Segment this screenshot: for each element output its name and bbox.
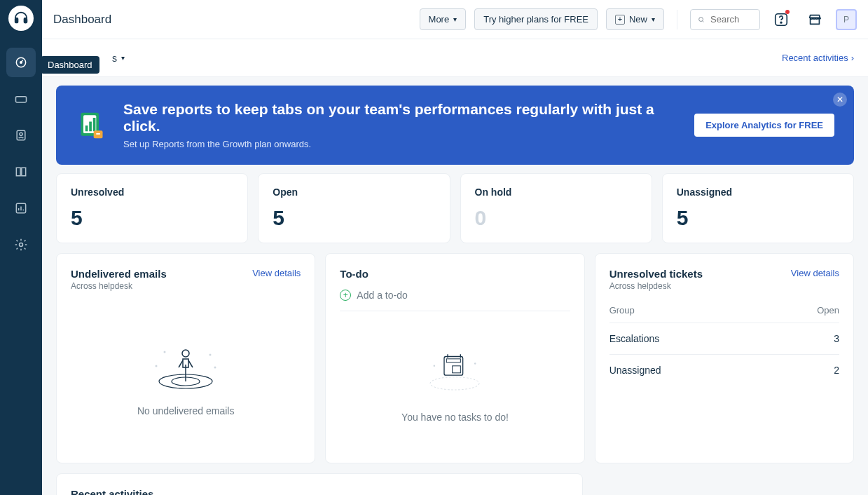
svg-point-11: [780, 22, 782, 23]
nav-settings[interactable]: [6, 230, 36, 259]
recent-activities-link[interactable]: Recent activities ›: [782, 53, 854, 63]
ticket-group: Escalations: [609, 333, 660, 344]
plus-icon: +: [615, 15, 625, 25]
ticket-row[interactable]: Escalations3: [609, 323, 839, 355]
stat-value: 5: [677, 206, 839, 230]
svg-point-8: [20, 243, 23, 247]
col-group: Group: [609, 305, 635, 316]
undelivered-link[interactable]: View details: [252, 268, 301, 278]
chart-file-icon: [76, 110, 106, 141]
divider: [677, 10, 677, 29]
tickets-subtitle: Across helpdesk: [609, 281, 703, 291]
trial-label: Try higher plans for FREE: [483, 14, 588, 25]
nav-tooltip: Dashboard: [41, 56, 99, 74]
recent-link-label: Recent activities: [782, 53, 848, 63]
search-input[interactable]: [710, 14, 752, 25]
trial-button[interactable]: Try higher plans for FREE: [474, 8, 598, 30]
svg-rect-16: [93, 118, 96, 131]
add-todo[interactable]: + Add a to-do: [340, 290, 570, 311]
stat-label: On hold: [475, 187, 638, 198]
notification-dot: [785, 10, 790, 14]
topbar: Dashboard More ▾ Try higher plans for FR…: [42, 0, 868, 39]
stats-row: Unresolved5Open5On hold0Unassigned5: [56, 173, 854, 243]
stat-value: 0: [475, 206, 638, 230]
stat-label: Unassigned: [677, 187, 839, 198]
undelivered-empty: No undelivered emails: [137, 405, 235, 416]
undelivered-title: Undelivered emails: [71, 268, 167, 280]
tickets-link[interactable]: View details: [791, 268, 839, 278]
chevron-right-icon: ›: [851, 53, 854, 63]
analytics-banner: Save reports to keep tabs on your team's…: [56, 86, 854, 165]
recent-title: Recent activities: [71, 488, 568, 495]
stat-label: Unresolved: [71, 187, 233, 198]
svg-point-23: [164, 351, 166, 353]
svg-point-26: [430, 377, 479, 390]
svg-rect-28: [447, 359, 461, 362]
nav-tickets[interactable]: [6, 84, 36, 114]
ticket-open: 2: [834, 365, 839, 376]
empty-person-illustration: [144, 331, 228, 394]
stat-value: 5: [71, 206, 233, 230]
svg-rect-4: [16, 97, 27, 102]
nav-analytics[interactable]: [6, 194, 36, 223]
nav-solutions[interactable]: [6, 157, 36, 187]
more-button[interactable]: More ▾: [420, 8, 467, 30]
unresolved-tickets-widget: Unresolved tickets Across helpdesk View …: [595, 253, 854, 463]
plus-circle-icon: +: [340, 290, 351, 301]
todo-widget: To-do + Add a to-do You have no tasks to…: [325, 253, 584, 463]
stat-card[interactable]: Unresolved5: [56, 173, 248, 243]
stat-card[interactable]: Unassigned5: [662, 173, 854, 243]
banner-cta[interactable]: Explore Analytics for FREE: [694, 114, 834, 137]
ticket-row[interactable]: Unassigned2: [609, 355, 839, 386]
page-title: Dashboard: [53, 13, 111, 27]
stat-value: 5: [273, 206, 435, 230]
tickets-title: Unresolved tickets: [609, 268, 703, 280]
banner-subtitle: Set up Reports from the Growth plan onwa…: [123, 139, 677, 149]
undelivered-emails-widget: Undelivered emails Across helpdesk View …: [56, 253, 315, 463]
filter-label: s: [112, 53, 117, 64]
sidebar: [0, 0, 42, 495]
marketplace-button[interactable]: [802, 7, 827, 32]
app-logo[interactable]: [8, 6, 34, 31]
nav-contacts[interactable]: [6, 121, 36, 150]
stat-label: Open: [273, 187, 435, 198]
add-todo-label: Add a to-do: [357, 290, 407, 301]
svg-point-6: [20, 133, 22, 135]
svg-point-21: [156, 365, 158, 367]
svg-point-3: [20, 62, 22, 64]
search-wrap[interactable]: [690, 9, 760, 30]
svg-rect-1: [25, 18, 27, 22]
nav-dashboard[interactable]: [6, 48, 36, 77]
subbar: s ▾ Recent activities ›: [42, 39, 868, 77]
stat-card[interactable]: Open5: [258, 173, 450, 243]
banner-title: Save reports to keep tabs on your team's…: [123, 101, 677, 135]
todo-title: To-do: [340, 268, 570, 280]
svg-point-24: [209, 353, 212, 355]
chevron-down-icon: ▾: [652, 15, 655, 23]
avatar[interactable]: P: [836, 9, 857, 30]
svg-rect-14: [85, 126, 88, 131]
new-button[interactable]: + New ▾: [606, 8, 664, 30]
stat-card[interactable]: On hold0: [460, 173, 652, 243]
help-button[interactable]: [769, 7, 794, 32]
svg-point-25: [182, 350, 189, 357]
ticket-group: Unassigned: [609, 365, 661, 376]
content: Save reports to keep tabs on your team's…: [42, 77, 868, 495]
ticket-open: 3: [834, 333, 839, 344]
svg-rect-0: [15, 18, 18, 22]
recent-activities-card: Recent activities: [56, 473, 583, 495]
svg-point-31: [474, 362, 476, 365]
undelivered-subtitle: Across helpdesk: [71, 281, 167, 291]
chevron-down-icon: ▾: [121, 54, 125, 62]
banner-close[interactable]: ✕: [833, 93, 847, 107]
svg-point-30: [434, 365, 436, 367]
search-icon: [698, 14, 705, 25]
svg-rect-15: [89, 121, 92, 131]
col-open: Open: [817, 305, 839, 316]
chevron-down-icon: ▾: [453, 15, 457, 23]
svg-point-9: [699, 17, 703, 21]
marketplace-icon: [807, 12, 822, 27]
new-label: New: [629, 14, 647, 25]
close-icon: ✕: [836, 95, 843, 104]
svg-rect-29: [453, 366, 461, 373]
